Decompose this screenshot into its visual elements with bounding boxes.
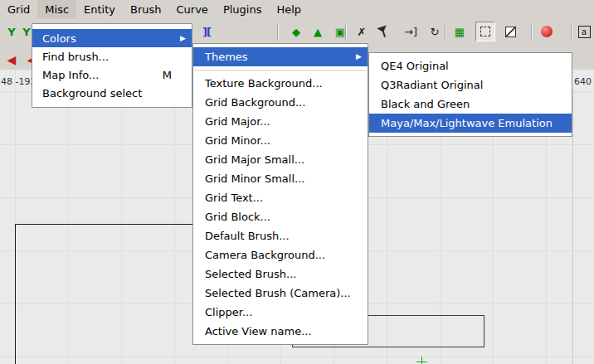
menu-item-grid-minor[interactable]: Grid Minor... [193, 131, 368, 150]
flip-left-icon[interactable]: ◀ [2, 50, 22, 70]
menu-item-label: Grid Text... [205, 192, 263, 204]
menu-item-themes[interactable]: Themes ▶ [193, 47, 368, 66]
axis-y-glyph: Y [7, 26, 15, 38]
themes-submenu: QE4 Original Q3Radiant Original Black an… [368, 52, 572, 137]
menu-item-label: Find brush... [42, 51, 109, 63]
radiant-window: Grid Misc Entity Brush Curve Plugins Hel… [0, 0, 594, 364]
split-view-glyph: ][ [202, 26, 211, 38]
menu-item-maya-max-lightwave[interactable]: Maya/Max/Lightwave Emulation [369, 114, 572, 133]
menu-item-black-and-green[interactable]: Black and Green [369, 95, 572, 114]
toolbar-separator [445, 23, 446, 41]
patch-glyph: ▣ [335, 26, 345, 38]
menu-item-label: Texture Background... [205, 77, 323, 90]
menu-item-q3radiant-original[interactable]: Q3Radiant Original [369, 75, 572, 95]
menu-item-selected-brush-camera[interactable]: Selected Brush (Camera)... [193, 284, 368, 303]
texture-grid-icon[interactable]: ▦ [450, 22, 470, 41]
menu-item-label: Selected Brush... [205, 268, 296, 280]
menu-misc[interactable]: Misc [37, 0, 76, 18]
texture-lock-icon[interactable]: a [574, 22, 594, 41]
misc-menu: Colors ▶ Find brush... Map Info... M Bac… [32, 23, 192, 108]
menu-plugins[interactable]: Plugins [216, 0, 270, 18]
entity-mode-icon[interactable]: ◆ [286, 22, 306, 41]
menu-item-label: Grid Minor... [205, 134, 270, 147]
menu-item-label: Clipper... [205, 306, 252, 318]
axis-y2-glyph: Y [22, 26, 30, 38]
select-inside-glyph: →] [404, 26, 417, 38]
origin-crosshair-icon [421, 357, 422, 364]
brush-edge-vertical [15, 224, 16, 364]
menu-item-background-select[interactable]: Background select [32, 84, 192, 102]
menu-item-find-brush[interactable]: Find brush... [32, 47, 192, 66]
clipper-icon[interactable] [373, 22, 393, 41]
toolbar-separator [277, 23, 278, 41]
menu-item-label: Grid Major Small... [205, 153, 304, 166]
menu-brush[interactable]: Brush [123, 0, 169, 18]
menu-item-grid-major[interactable]: Grid Major... [193, 112, 368, 131]
menu-help[interactable]: Help [269, 0, 309, 18]
menu-item-label: Active View name... [205, 325, 312, 337]
menu-item-default-brush[interactable]: Default Brush... [193, 226, 368, 245]
menu-item-selected-brush[interactable]: Selected Brush... [193, 265, 368, 284]
toolbar-separator [531, 23, 532, 41]
toolbar-separator [571, 23, 572, 41]
colors-submenu: Themes ▶ Texture Background... Grid Back… [192, 43, 368, 345]
menu-item-label: Grid Block... [205, 211, 270, 223]
menubar: Grid Misc Entity Brush Curve Plugins Hel… [0, 0, 594, 18]
menu-item-label: Camera Background... [205, 249, 325, 261]
menu-item-colors[interactable]: Colors ▶ [32, 29, 192, 47]
grid-major-line [572, 90, 573, 364]
menu-item-label: Background select [42, 87, 142, 99]
menu-item-label: Colors [42, 32, 76, 45]
menu-item-label: Themes [205, 51, 248, 63]
brush-edge-horizontal [15, 224, 193, 225]
menu-item-texture-background[interactable]: Texture Background... [193, 74, 368, 93]
submenu-arrow-icon: ▶ [180, 35, 186, 42]
menu-item-label: Selected Brush (Camera)... [205, 287, 351, 299]
funnel-stem [382, 31, 386, 36]
flip-left-glyph: ◀ [7, 53, 17, 66]
menu-grid[interactable]: Grid [0, 0, 37, 18]
menu-item-label: Black and Green [381, 98, 470, 110]
menu-item-label: Grid Minor Small... [205, 172, 304, 185]
menu-entity[interactable]: Entity [76, 0, 123, 18]
red-sphere [541, 26, 553, 37]
menu-item-grid-major-small[interactable]: Grid Major Small... [193, 150, 368, 169]
menu-item-grid-text[interactable]: Grid Text... [193, 188, 368, 207]
menu-curve[interactable]: Curve [169, 0, 216, 18]
menu-item-label: Grid Major... [205, 115, 270, 128]
menu-item-map-info[interactable]: Map Info... M [32, 66, 192, 84]
entity-glyph: ◆ [292, 26, 300, 38]
rotate-glyph: ↻ [431, 26, 440, 38]
menu-item-camera-background[interactable]: Camera Background... [193, 245, 368, 265]
menu-item-grid-block[interactable]: Grid Block... [193, 207, 368, 226]
edit-pen-icon[interactable] [500, 22, 520, 41]
cubic-clip-sphere-icon[interactable] [537, 22, 557, 41]
menu-item-grid-background[interactable]: Grid Background... [193, 93, 368, 112]
menu-item-label: Grid Background... [205, 96, 305, 109]
toolbar-separator [345, 23, 346, 41]
menu-item-active-view-name[interactable]: Active View name... [193, 322, 368, 341]
pen-square [505, 27, 516, 37]
menu-item-qe4-original[interactable]: QE4 Original [369, 56, 572, 75]
menu-item-grid-minor-small[interactable]: Grid Minor Small... [193, 169, 368, 188]
menu-separator [194, 70, 367, 70]
free-rotate-icon[interactable]: ↻ [425, 22, 445, 41]
menu-item-label: QE4 Original [381, 60, 449, 72]
menu-item-clipper[interactable]: Clipper... [193, 303, 368, 322]
menu-item-accelerator: M [143, 69, 172, 81]
select-inside-icon[interactable]: →] [401, 22, 421, 41]
funnel-shape [377, 25, 389, 38]
curve-mode-icon[interactable]: ▲ [308, 22, 328, 41]
curve-glyph: ▲ [314, 26, 322, 38]
region-selection-icon[interactable] [475, 22, 495, 41]
cross-glyph: ✗ [358, 26, 367, 38]
grid-table-glyph: ▦ [455, 26, 465, 38]
delete-icon[interactable]: ✗ [352, 22, 372, 41]
menu-item-label: Q3Radiant Original [381, 79, 483, 91]
split-view-icon[interactable]: ][ [197, 22, 217, 41]
patch-mode-icon[interactable]: ▣ [330, 22, 350, 41]
dashed-square [480, 27, 490, 36]
submenu-arrow-icon: ▶ [356, 53, 362, 61]
ruler-coordinates-right: 640 [574, 76, 592, 87]
menu-item-label: Maya/Max/Lightwave Emulation [381, 117, 553, 129]
